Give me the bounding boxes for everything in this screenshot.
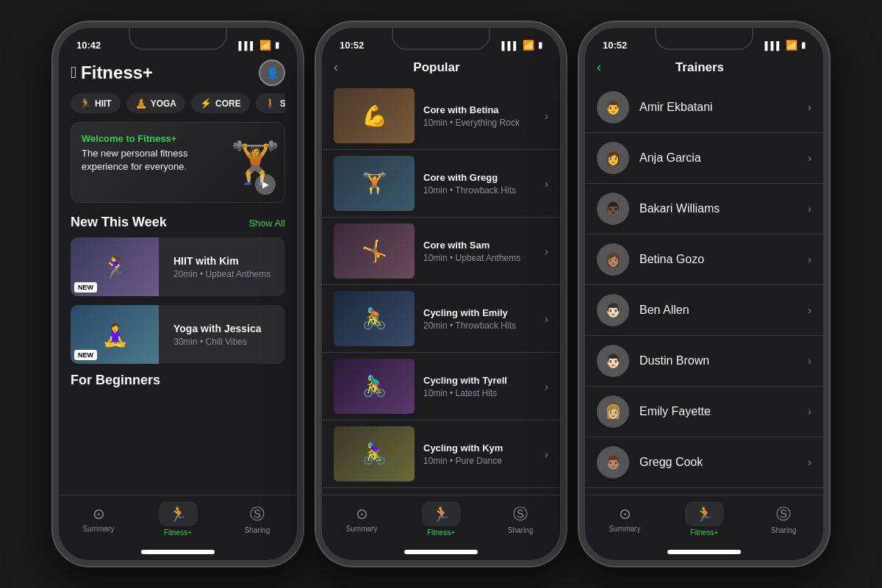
pill-str[interactable]: 🚶 STR (256, 93, 285, 113)
tab-sharing-2[interactable]: Ⓢ Sharing (481, 504, 560, 534)
trainer-anja[interactable]: 👩 Anja Garcia › (585, 133, 823, 184)
thumb-bg-core-gregg: 🏋️ (334, 156, 415, 211)
home-scroll[interactable]:  Fitness+ 👤 🏃 HIIT 🧘 YOGA ⚡ CORE (59, 54, 297, 495)
summary-icon-2: ⊙ (356, 505, 368, 523)
status-bar-2: 10:52 ▌▌▌ 📶 ▮ (322, 31, 560, 54)
meta-core-sam: 10min • Upbeat Anthems (423, 253, 536, 263)
trainer-jamie[interactable]: 👩 Jamie-Ray Hartshorne › (585, 488, 823, 495)
workout-card-yoga[interactable]: 🧘‍♀️ NEW Yoga with Jessica 30min • Chill… (71, 305, 285, 364)
signal-icon-3: ▌▌▌ (765, 41, 782, 50)
workout-thumb-yoga: 🧘‍♀️ NEW (71, 305, 159, 364)
avatar[interactable]: 👤 (259, 60, 285, 86)
tab-summary-1[interactable]: ⊙ Summary (59, 505, 138, 533)
home-indicator-2 (404, 550, 478, 554)
nav-header-popular: ‹ Popular (322, 54, 560, 82)
list-item-core-gregg[interactable]: 🏋️ Core with Gregg 10min • Throwback Hit… (322, 150, 560, 218)
workout-info-yoga: Yoga with Jessica 30min • Chill Vibes (168, 305, 268, 364)
trainer-betina[interactable]: 👩🏽 Betina Gozo › (585, 234, 823, 285)
name-ben: Ben Allen (639, 304, 797, 317)
trainer-amir[interactable]: 👨 Amir Ekbatani › (585, 82, 823, 133)
meta-cycling-emily: 20min • Throwback Hits (423, 320, 536, 331)
trainer-dustin[interactable]: 👨🏻 Dustin Brown › (585, 336, 823, 387)
chevron-cycling-kym: › (545, 448, 548, 460)
status-bar-3: 10:52 ▌▌▌ 📶 ▮ (585, 31, 823, 54)
list-item-core-sam[interactable]: 🤸 Core with Sam 10min • Upbeat Anthems › (322, 218, 560, 285)
tab-sharing-1[interactable]: Ⓢ Sharing (218, 504, 297, 534)
section-title-new: New This Week (71, 215, 167, 230)
list-item-cycling-tyrell[interactable]: 🚴‍♂️ Cycling with Tyrell 10min • Latest … (322, 353, 560, 420)
thumb-cycling-tyrell: 🚴‍♂️ (334, 359, 415, 414)
thumb-bg-cycling-kym: 🚴‍♀️ (334, 426, 415, 481)
trainer-ben[interactable]: 👨🏻 Ben Allen › (585, 285, 823, 336)
chevron-dustin: › (808, 355, 811, 367)
back-button-trainers[interactable]: ‹ (597, 60, 601, 75)
pill-core-label: CORE (215, 98, 241, 109)
trainers-list[interactable]: 👨 Amir Ekbatani › 👩 Anja Garcia › 👨🏿 Bak… (585, 82, 823, 495)
chevron-core-sam: › (545, 245, 548, 257)
trainer-bakari[interactable]: 👨🏿 Bakari Williams › (585, 184, 823, 234)
trainer-emily[interactable]: 👩🏼 Emily Fayette › (585, 387, 823, 437)
nav-title-popular: Popular (345, 60, 528, 75)
chevron-betina: › (808, 254, 811, 265)
nav-header-trainers: ‹ Trainers (585, 54, 823, 82)
name-amir: Amir Ekbatani (639, 101, 797, 114)
list-item-cycling-emily[interactable]: 🚴 Cycling with Emily 20min • Throwback H… (322, 285, 560, 353)
app-title:  Fitness+ (71, 62, 153, 83)
signal-icon-2: ▌▌▌ (502, 41, 519, 50)
welcome-banner[interactable]: Welcome to Fitness+ The new personal fit… (71, 122, 285, 203)
new-badge-hiit: NEW (74, 282, 97, 293)
tab-summary-2[interactable]: ⊙ Summary (322, 505, 401, 533)
list-item-core-betina[interactable]: 💪 Core with Betina 10min • Everything Ro… (322, 82, 560, 150)
title-cycling-tyrell: Cycling with Tyrell (423, 375, 536, 386)
category-pills: 🏃 HIIT 🧘 YOGA ⚡ CORE 🚶 STR (71, 93, 285, 113)
pill-yoga-label: YOGA (151, 98, 176, 109)
wifi-icon-2: 📶 (523, 40, 534, 51)
avatar-dustin: 👨🏻 (597, 345, 629, 377)
title-cycling-kym: Cycling with Kym (423, 442, 536, 453)
screen-home:  Fitness+ 👤 🏃 HIIT 🧘 YOGA ⚡ CORE (59, 54, 297, 547)
status-icons-2: ▌▌▌ 📶 ▮ (502, 40, 542, 51)
tab-fitness-1[interactable]: 🏃 Fitness+ (138, 501, 218, 537)
workout-card-hiit[interactable]: 🏃‍♀️ NEW HIIT with Kim 20min • Upbeat An… (71, 237, 285, 296)
avatar-ben: 👨🏻 (597, 294, 629, 326)
phone-popular: 10:52 ▌▌▌ 📶 ▮ ‹ Popular 💪 Core with Beti… (316, 22, 566, 566)
welcome-title: Welcome to Fitness+ (82, 133, 274, 144)
sharing-label-3: Sharing (771, 526, 796, 534)
signal-icon-1: ▌▌▌ (239, 41, 256, 50)
pill-yoga[interactable]: 🧘 YOGA (126, 93, 185, 113)
pill-core[interactable]: ⚡ CORE (191, 93, 250, 113)
time-1: 10:42 (76, 40, 101, 51)
info-cycling-kym: Cycling with Kym 10min • Pure Dance (423, 442, 536, 466)
summary-label-3: Summary (609, 525, 641, 533)
popular-list[interactable]: 💪 Core with Betina 10min • Everything Ro… (322, 82, 560, 495)
battery-icon-1: ▮ (275, 40, 279, 50)
name-gregg: Gregg Cook (639, 456, 797, 469)
title-core-sam: Core with Sam (423, 240, 536, 251)
fitness-icon-1: 🏃 (159, 501, 198, 526)
avatar-betina: 👩🏽 (597, 243, 629, 276)
app-name: Fitness+ (81, 62, 153, 83)
phone-home: 10:42 ▌▌▌ 📶 ▮  Fitness+ 👤 🏃 HIIT (53, 22, 303, 566)
info-core-betina: Core with Betina 10min • Everything Rock (423, 104, 536, 128)
tab-fitness-3[interactable]: 🏃 Fitness+ (664, 501, 744, 537)
wifi-icon-3: 📶 (786, 40, 797, 51)
sharing-icon-3: Ⓢ (776, 504, 791, 524)
tab-fitness-2[interactable]: 🏃 Fitness+ (401, 501, 481, 537)
info-core-sam: Core with Sam 10min • Upbeat Anthems (423, 240, 536, 263)
screen-trainers: ‹ Trainers 👨 Amir Ekbatani › 👩 Anja Garc… (585, 54, 823, 547)
pill-hiit[interactable]: 🏃 HIIT (71, 93, 121, 113)
new-badge-yoga: NEW (74, 350, 97, 360)
status-icons-1: ▌▌▌ 📶 ▮ (239, 40, 279, 51)
tab-summary-3[interactable]: ⊙ Summary (585, 505, 664, 533)
yoga-icon: 🧘 (135, 98, 147, 109)
list-item-cycling-kym[interactable]: 🚴‍♀️ Cycling with Kym 10min • Pure Dance… (322, 420, 560, 488)
show-all-link[interactable]: Show All (248, 218, 285, 229)
hiit-icon: 🏃 (79, 98, 91, 109)
summary-icon-3: ⊙ (619, 505, 631, 523)
pill-str-label: STR (280, 98, 285, 109)
avatar-bakari: 👨🏿 (597, 193, 629, 225)
trainer-gregg[interactable]: 👨🏽 Gregg Cook › (585, 437, 823, 488)
welcome-text: Welcome to Fitness+ The new personal fit… (71, 123, 284, 184)
tab-sharing-3[interactable]: Ⓢ Sharing (744, 504, 823, 534)
back-button-popular[interactable]: ‹ (334, 60, 338, 75)
